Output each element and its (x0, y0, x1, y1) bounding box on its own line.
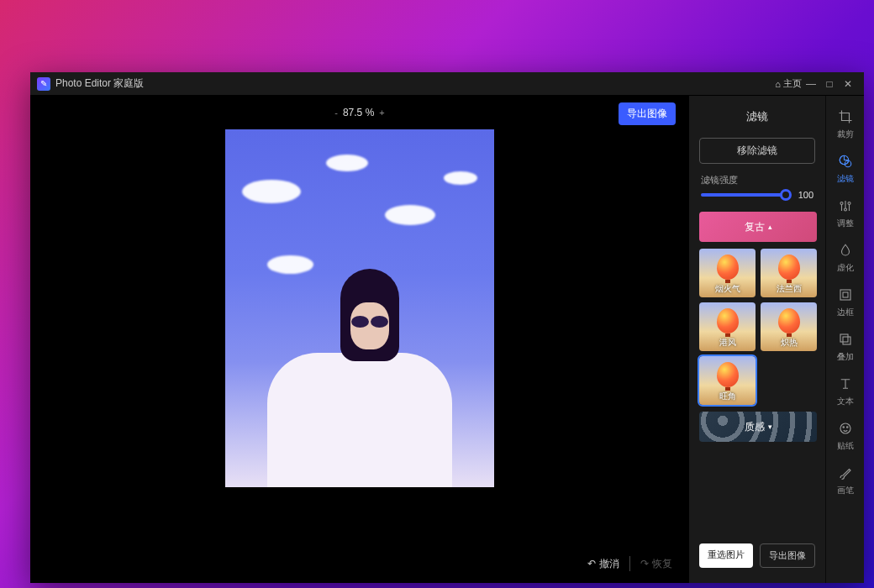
svg-rect-8 (843, 337, 850, 344)
tool-sticker[interactable]: 贴纸 (829, 416, 862, 457)
canvas-image[interactable] (225, 129, 494, 487)
brush-icon (838, 465, 853, 483)
tool-label: 文本 (837, 396, 854, 407)
filter-thumb-0[interactable]: 烟火气 (699, 249, 756, 297)
tool-label: 叠加 (837, 351, 854, 363)
svg-point-11 (846, 427, 848, 428)
filter-panel: 滤镜 移除滤镜 滤镜强度 100 复古 ▴ 烟火气法兰西港风炽热旺角 质感 ▾ (689, 96, 825, 583)
tool-overlay[interactable]: 叠加 (829, 327, 862, 368)
svg-point-3 (848, 202, 850, 205)
filter-category-retro[interactable]: 复古 ▴ (699, 212, 817, 242)
tool-rail: 裁剪滤镜调整虚化边框叠加文本贴纸画笔 (825, 96, 864, 583)
intensity-slider[interactable] (701, 193, 787, 197)
filter-thumb-label: 旺角 (719, 391, 736, 405)
export-image-top-button[interactable]: 导出图像 (619, 102, 676, 125)
tool-label: 虚化 (837, 262, 854, 274)
text-icon (838, 376, 853, 394)
balloon-icon (717, 255, 739, 280)
canvas-area: - 87.5 % + 导出图像 ↶ 撤消 ↷ (30, 96, 689, 583)
filter-thumb-label: 炽热 (781, 337, 798, 351)
filter-thumb-label: 法兰西 (777, 283, 802, 297)
slider-thumb[interactable] (780, 189, 792, 201)
zoom-in-button[interactable]: + (379, 108, 384, 118)
overlay-icon (838, 332, 853, 349)
svg-point-2 (840, 202, 843, 205)
balloon-icon (778, 308, 800, 333)
remove-filter-button[interactable]: 移除滤镜 (699, 138, 815, 164)
reselect-image-button[interactable]: 重选图片 (699, 543, 753, 568)
filter-thumb-1[interactable]: 法兰西 (761, 249, 817, 297)
intensity-label: 滤镜强度 (701, 174, 813, 186)
app-window: Photo Editor 家庭版 ⌂ 主页 — □ ✕ - 87.5 % + 导… (30, 72, 864, 583)
adjust-icon (838, 198, 853, 216)
undo-button[interactable]: ↶ 撤消 (587, 557, 619, 571)
filter-category-texture[interactable]: 质感 ▾ (699, 412, 817, 442)
tool-filter[interactable]: 滤镜 (829, 149, 862, 190)
crop-icon (838, 109, 853, 127)
svg-point-9 (840, 423, 850, 433)
titlebar: Photo Editor 家庭版 ⌂ 主页 — □ ✕ (30, 72, 864, 96)
filter-list: 复古 ▴ 烟火气法兰西港风炽热旺角 质感 ▾ (689, 208, 825, 535)
maximize-button[interactable]: □ (820, 78, 839, 90)
svg-rect-6 (843, 292, 848, 297)
balloon-icon (717, 308, 739, 333)
home-label: 主页 (783, 77, 802, 90)
tool-crop[interactable]: 裁剪 (829, 104, 862, 145)
sticker-icon (838, 421, 853, 438)
tool-brush[interactable]: 画笔 (829, 460, 862, 501)
filter-thumb-2[interactable]: 港风 (699, 302, 756, 351)
zoom-out-button[interactable]: - (334, 108, 338, 118)
home-icon: ⌂ (775, 79, 781, 89)
redo-icon: ↷ (640, 558, 649, 570)
tool-label: 边框 (837, 307, 854, 318)
app-logo-icon (37, 77, 50, 91)
filter-icon (838, 154, 853, 171)
balloon-icon (717, 362, 739, 387)
tool-adjust[interactable]: 调整 (829, 193, 862, 234)
minimize-button[interactable]: — (802, 78, 820, 90)
blur-icon (838, 243, 853, 260)
tool-label: 滤镜 (837, 173, 854, 185)
separator (629, 556, 630, 571)
balloon-icon (778, 255, 800, 280)
filter-thumb-4[interactable]: 旺角 (699, 356, 756, 405)
redo-button[interactable]: ↷ 恢复 (640, 557, 672, 571)
zoom-level: 87.5 % (343, 107, 374, 118)
close-button[interactable]: ✕ (839, 78, 857, 90)
tool-frame[interactable]: 边框 (829, 282, 862, 323)
chevron-down-icon: ▾ (768, 423, 772, 431)
svg-point-4 (844, 208, 846, 211)
panel-title: 滤镜 (689, 104, 825, 134)
tool-label: 贴纸 (837, 440, 854, 452)
svg-rect-5 (840, 290, 850, 300)
filter-thumb-label: 烟火气 (715, 283, 740, 297)
svg-rect-7 (840, 334, 848, 342)
export-image-bottom-button[interactable]: 导出图像 (760, 543, 815, 568)
filter-thumb-3[interactable]: 炽热 (761, 302, 817, 351)
intensity-value: 100 (793, 190, 813, 200)
tool-text[interactable]: 文本 (829, 371, 862, 412)
tool-label: 画笔 (837, 485, 854, 496)
tool-blur[interactable]: 虚化 (829, 238, 862, 279)
home-button[interactable]: ⌂ 主页 (775, 77, 802, 90)
svg-point-10 (843, 427, 845, 428)
filter-thumb-label: 港风 (719, 337, 736, 351)
undo-icon: ↶ (587, 558, 596, 570)
tool-label: 裁剪 (837, 129, 854, 140)
frame-icon (838, 287, 853, 305)
tool-label: 调整 (837, 218, 854, 229)
chevron-up-icon: ▴ (768, 223, 772, 231)
app-title: Photo Editor 家庭版 (55, 76, 144, 91)
zoom-control: - 87.5 % + (334, 107, 384, 118)
